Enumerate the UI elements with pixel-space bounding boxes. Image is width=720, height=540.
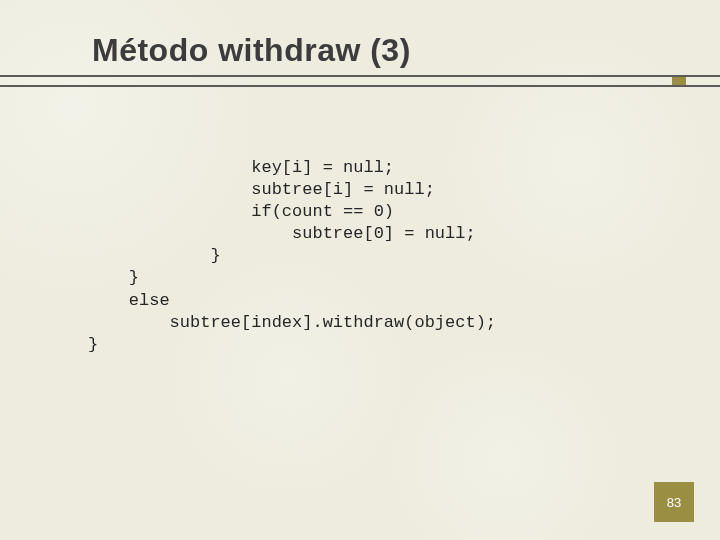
page-number: 83 [667,495,681,510]
title-section: Método withdraw (3) [0,32,720,87]
rule-accent-square [672,77,686,85]
page-number-box: 83 [654,482,694,522]
slide-title: Método withdraw (3) [92,32,720,69]
code-block: key[i] = null; subtree[i] = null; if(cou… [88,157,496,356]
title-rule [0,75,720,87]
